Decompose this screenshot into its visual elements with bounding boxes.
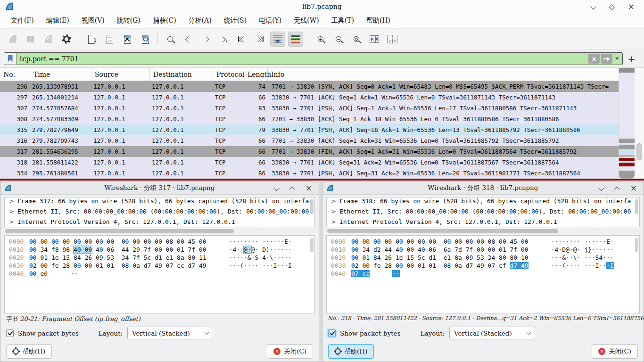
- tree-hscrollbar[interactable]: [5, 229, 314, 234]
- packet-row[interactable]: 318 281.558011422 127.0.0.1 127.0.0.1 TC…: [0, 157, 619, 168]
- hex-row[interactable]: 0040 07 cc ··: [327, 270, 639, 278]
- go-back-icon[interactable]: [181, 32, 196, 47]
- filter-history-dropdown-icon[interactable]: [615, 58, 619, 60]
- expand-chevron-icon[interactable]: >: [331, 208, 336, 215]
- dialog-titlebar[interactable]: Wireshark · 分组 318 · lib7.pcapng ×: [322, 182, 644, 195]
- column-header-length[interactable]: Length: [244, 68, 268, 81]
- packet-row[interactable]: 316 279.782799743 127.0.0.1 127.0.0.1 TC…: [0, 135, 619, 146]
- packet-detail-tree[interactable]: >Frame 318: 66 bytes on wire (528 bits),…: [326, 197, 640, 227]
- layout-select[interactable]: Vertical (Stacked): [449, 327, 535, 339]
- resize-columns-icon[interactable]: [367, 32, 382, 47]
- go-first-icon[interactable]: [234, 32, 249, 47]
- close-button[interactable]: ×: [630, 184, 637, 193]
- go-to-packet-icon[interactable]: [216, 32, 231, 47]
- column-header-protocol[interactable]: Protocol: [213, 68, 244, 81]
- expand-chevron-icon[interactable]: >: [331, 218, 336, 225]
- filter-clear-icon[interactable]: ×: [588, 54, 600, 64]
- menu-item[interactable]: 统计(S): [218, 14, 253, 27]
- packet-row[interactable]: 308 274.577083309 127.0.0.1 127.0.0.1 TC…: [0, 114, 619, 124]
- maximize-button[interactable]: [610, 2, 614, 11]
- expand-chevron-icon[interactable]: >: [9, 208, 14, 215]
- dialog-titlebar[interactable]: Wireshark · 分组 317 · lib7.pcapng ×: [0, 182, 319, 195]
- packet-row[interactable]: 296 265.133978931 127.0.0.1 127.0.0.1 TC…: [0, 81, 619, 92]
- restore-button[interactable]: [615, 184, 619, 193]
- zoom-out-icon[interactable]: −: [331, 32, 346, 47]
- packet-row[interactable]: 317 281.554636295 127.0.0.1 127.0.0.1 TC…: [0, 146, 619, 157]
- menu-item[interactable]: 帮助(H): [360, 14, 396, 27]
- menu-item[interactable]: 捕获(C): [147, 14, 182, 27]
- restore-button[interactable]: [290, 184, 294, 193]
- filter-add-button[interactable]: +: [623, 53, 640, 65]
- open-file-icon[interactable]: ⤵: [84, 32, 99, 47]
- capture-options-icon[interactable]: [59, 32, 74, 47]
- auto-scroll-icon[interactable]: [270, 32, 285, 47]
- save-file-icon[interactable]: [102, 32, 117, 47]
- close-dialog-button[interactable]: ✕关闭(C): [267, 344, 313, 359]
- packet-row[interactable]: 315 279.782779649 127.0.0.1 127.0.0.1 TC…: [0, 124, 619, 135]
- help-button[interactable]: 帮助(H): [328, 344, 374, 359]
- menu-item[interactable]: 电话(Y): [253, 14, 288, 27]
- intelligent-scrollbar[interactable]: [619, 68, 635, 179]
- find-packet-icon[interactable]: [163, 32, 178, 47]
- expand-chevron-icon[interactable]: >: [331, 197, 336, 205]
- titlebar[interactable]: lib7.pcapng ×: [0, 0, 644, 13]
- hex-scrollbar-handle[interactable]: [635, 238, 638, 252]
- minimize-button[interactable]: [599, 184, 603, 193]
- tree-scrollbar-handle[interactable]: [310, 199, 314, 214]
- capture-restart-icon[interactable]: [41, 32, 56, 47]
- hex-row[interactable]: 0000 00 00 00 00 00 00 00 00 00 00 00 00…: [5, 238, 314, 246]
- filter-apply-icon[interactable]: [601, 54, 612, 64]
- filter-bookmark-icon[interactable]: [4, 53, 17, 65]
- expand-chevron-icon[interactable]: >: [9, 197, 14, 205]
- column-header-time[interactable]: Time: [30, 68, 91, 81]
- packet-bytes-pane[interactable]: 0000 00 00 00 00 00 00 00 00 00 00 00 00…: [4, 235, 315, 313]
- hex-row[interactable]: 0020 00 01 84 26 1e 15 5c d1 e1 8a 09 53…: [327, 254, 639, 262]
- hex-row[interactable]: 0030 02 00 fe 28 00 00 01 01 08 0a d7 49…: [5, 262, 314, 270]
- tree-row[interactable]: >Frame 317: 66 bytes on wire (528 bits),…: [5, 197, 314, 208]
- hex-row[interactable]: 0010 00 34 d2 44 40 00 40 06 6a 7d 7f 00…: [327, 246, 639, 254]
- minimize-button[interactable]: [274, 184, 279, 193]
- close-dialog-button[interactable]: ✕关闭(C): [592, 344, 638, 359]
- tree-hscrollbar[interactable]: [327, 229, 639, 234]
- column-header-info[interactable]: Info: [268, 68, 619, 81]
- layout-select[interactable]: Vertical (Stacked): [127, 327, 213, 339]
- go-forward-icon[interactable]: [198, 32, 214, 47]
- capture-stop-icon[interactable]: [23, 32, 38, 47]
- column-header-source[interactable]: Source: [91, 68, 150, 81]
- display-filter-input[interactable]: tcp.port == 7701 ×: [4, 52, 623, 65]
- close-button[interactable]: ×: [628, 2, 635, 11]
- go-last-icon[interactable]: [252, 32, 267, 47]
- column-header-no[interactable]: No.: [0, 68, 30, 81]
- menu-item[interactable]: 编辑(E): [40, 14, 75, 27]
- menu-item[interactable]: 分析(A): [182, 14, 218, 27]
- close-button[interactable]: ×: [305, 184, 312, 193]
- tree-row[interactable]: >Ethernet II, Src: 00:00:00_00:00:00 (00…: [327, 208, 639, 218]
- menu-item[interactable]: 视图(V): [75, 14, 111, 27]
- expand-chevron-icon[interactable]: >: [9, 218, 14, 225]
- hex-row[interactable]: 0010 00 34 f8 98 40 00 40 06 44 29 7f 00…: [5, 246, 314, 254]
- capture-start-icon[interactable]: [5, 32, 20, 47]
- hex-scrollbar-handle[interactable]: [310, 238, 314, 252]
- menu-item[interactable]: 无线(W): [288, 14, 325, 27]
- column-header-destination[interactable]: Destination: [150, 68, 213, 81]
- hex-row[interactable]: 0040 00 e0 ··: [5, 270, 314, 278]
- packet-row[interactable]: 307 274.577057684 127.0.0.1 127.0.0.1 TC…: [0, 103, 619, 114]
- minimize-button[interactable]: [591, 2, 595, 11]
- show-packet-bytes-checkbox[interactable]: [6, 329, 14, 337]
- colorize-icon[interactable]: [288, 32, 303, 47]
- tree-row[interactable]: >Ethernet II, Src: 00:00:00_00:00:00 (00…: [5, 208, 314, 218]
- help-button[interactable]: 帮助(H): [6, 344, 52, 359]
- packet-bytes-pane[interactable]: 0000 00 00 00 00 00 00 00 00 00 00 00 00…: [326, 235, 640, 313]
- scrollbar-handle[interactable]: [636, 143, 642, 160]
- menu-item[interactable]: 跳转(G): [111, 14, 147, 27]
- close-file-icon[interactable]: ✕: [120, 32, 135, 47]
- layout-123-icon[interactable]: 123: [385, 32, 400, 47]
- menu-item[interactable]: 工具(T): [325, 14, 360, 27]
- tree-row[interactable]: >Internet Protocol Version 4, Src: 127.0…: [327, 218, 639, 227]
- hex-row[interactable]: 0030 02 00 fe 28 00 00 01 01 08 0a d7 49…: [327, 262, 639, 270]
- reload-file-icon[interactable]: ↻: [138, 32, 153, 47]
- hex-row[interactable]: 0000 00 00 00 00 00 00 00 00 00 00 00 00…: [327, 238, 639, 246]
- show-packet-bytes-checkbox[interactable]: [328, 329, 336, 337]
- hex-row[interactable]: 0020 00 01 1e 15 84 26 09 53 34 7f 5c d1…: [5, 254, 314, 262]
- zoom-in-icon[interactable]: +: [313, 32, 328, 47]
